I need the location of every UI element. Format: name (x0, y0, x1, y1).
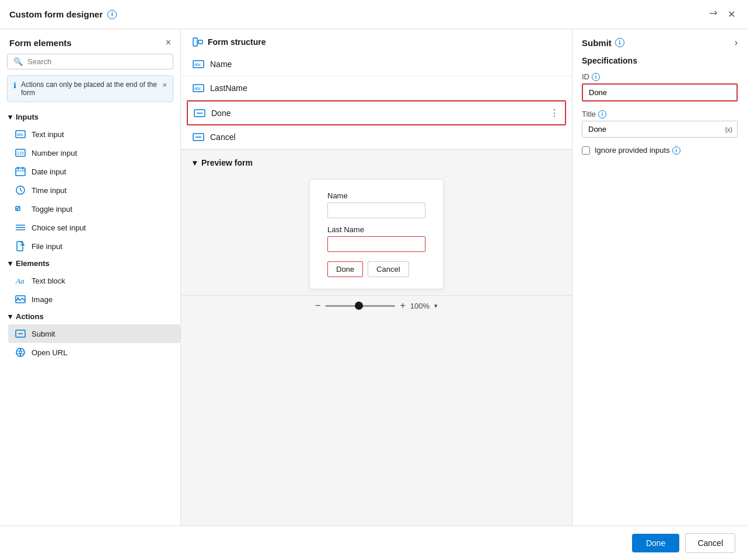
svg-text:123: 123 (17, 151, 24, 155)
actions-chevron-icon: ▾ (8, 312, 12, 321)
preview-done-button[interactable]: Done (327, 261, 363, 277)
svg-text:Aa: Aa (15, 276, 25, 285)
preview-form-card: Name Last Name Done Cancel (309, 179, 444, 289)
sidebar-item-label-choice-set-input: Choice set input (32, 223, 86, 232)
inputs-section-header[interactable]: ▾ Inputs (0, 109, 180, 125)
form-row-done-menu-button[interactable]: ⋮ (550, 107, 559, 118)
title-info-icon[interactable]: i (598, 110, 606, 118)
svg-point-18 (18, 298, 19, 299)
form-structure-icon (193, 37, 203, 47)
form-structure-title: Form structure (208, 37, 266, 47)
sidebar-item-label-toggle-input: Toggle input (32, 205, 72, 214)
svg-point-21 (16, 348, 25, 356)
info-banner-text: Actions can only be placed at the end of… (21, 80, 158, 97)
form-row-lastname[interactable]: abc LastName (181, 76, 572, 100)
zoom-slider[interactable] (325, 305, 395, 307)
center-panel: Form structure abc Name abc LastName (181, 29, 572, 526)
svg-line-10 (20, 190, 22, 191)
zoom-in-button[interactable]: + (400, 300, 405, 311)
title-field-input[interactable] (582, 121, 720, 137)
specs-title: Specifications (582, 56, 738, 65)
sidebar-item-text-input[interactable]: abc Text input (8, 125, 180, 144)
inputs-section-label: Inputs (16, 113, 39, 121)
title-field-label: Title i (582, 110, 738, 118)
sidebar-item-open-url[interactable]: Open URL (8, 343, 180, 362)
info-banner-close-button[interactable]: × (162, 80, 167, 89)
sidebar-item-label-text-input: Text input (32, 130, 64, 139)
file-input-icon (15, 241, 26, 251)
title-field-expression-icon[interactable]: {x} (720, 123, 737, 136)
left-panel: Form elements × 🔍 ℹ Actions can only be … (0, 29, 181, 526)
left-panel-close-button[interactable]: × (166, 37, 171, 48)
image-icon (15, 294, 26, 304)
id-field-input[interactable] (583, 85, 736, 100)
minimize-button[interactable] (706, 6, 720, 23)
sidebar-item-date-input[interactable]: Date input (8, 162, 180, 181)
sidebar-item-number-input[interactable]: 123 Number input (8, 144, 180, 162)
form-row-lastname-icon: abc (193, 83, 204, 93)
zoom-out-button[interactable]: − (315, 300, 320, 311)
open-url-icon (15, 347, 26, 358)
preview-lastname-label: Last Name (327, 225, 425, 234)
checkbox-info-icon[interactable]: i (672, 146, 680, 155)
done-button[interactable]: Done (632, 534, 679, 552)
sidebar-item-file-input[interactable]: File input (8, 237, 180, 256)
bottom-bar: Done Cancel (0, 526, 747, 560)
svg-rect-25 (198, 40, 203, 44)
title-info-icon[interactable]: i (107, 10, 117, 19)
date-input-icon (15, 166, 26, 177)
right-panel-info-icon[interactable]: i (615, 38, 624, 47)
sidebar-item-label-file-input: File input (32, 242, 62, 251)
id-info-icon[interactable]: i (592, 73, 600, 81)
form-row-name-label: Name (210, 60, 560, 69)
sidebar-item-label-date-input: Date input (32, 167, 66, 176)
sidebar-item-toggle-input[interactable]: Toggle input (8, 200, 180, 218)
right-panel: Submit i › Specifications ID i Title i {… (572, 29, 747, 526)
svg-rect-24 (193, 38, 197, 46)
preview-name-label: Name (327, 191, 425, 200)
cancel-button[interactable]: Cancel (685, 533, 735, 553)
search-input[interactable] (27, 57, 167, 66)
form-row-done-label: Done (211, 108, 544, 118)
close-button[interactable]: ✕ (725, 6, 738, 22)
ignore-inputs-checkbox[interactable] (582, 146, 590, 155)
right-panel-header: Submit i › (582, 37, 738, 48)
left-panel-header: Form elements × (0, 29, 180, 54)
main-layout: Form elements × 🔍 ℹ Actions can only be … (0, 29, 747, 526)
zoom-dropdown-button[interactable]: ▾ (434, 302, 438, 310)
actions-section-items: Submit Open URL (0, 324, 180, 362)
id-field-label: ID i (582, 72, 738, 81)
text-block-icon: Aa (15, 275, 26, 286)
preview-content: Name Last Name Done Cancel (181, 173, 572, 295)
sidebar-item-label-text-block: Text block (32, 276, 65, 285)
form-structure-area: Form structure abc Name abc LastName (181, 29, 572, 150)
search-box: 🔍 (7, 54, 173, 69)
preview-cancel-button[interactable]: Cancel (368, 261, 409, 277)
sidebar-item-choice-set-input[interactable]: Choice set input (8, 218, 180, 237)
form-row-name[interactable]: abc Name (181, 52, 572, 76)
right-panel-expand-button[interactable]: › (735, 37, 738, 48)
sidebar-item-time-input[interactable]: Time input (8, 181, 180, 200)
sidebar-item-label-open-url: Open URL (32, 348, 67, 357)
preview-title: Preview form (201, 158, 253, 167)
sidebar-item-submit[interactable]: Submit (8, 324, 180, 343)
elements-section-items: Aa Text block Image (0, 271, 180, 309)
form-row-cancel-label: Cancel (210, 132, 560, 142)
preview-lastname-input[interactable] (327, 236, 425, 252)
elements-section-header[interactable]: ▾ Elements (0, 256, 180, 271)
sidebar-item-label-time-input: Time input (32, 186, 67, 195)
sidebar-item-label-number-input: Number input (32, 149, 77, 158)
preview-name-input[interactable] (327, 202, 425, 218)
actions-section-header[interactable]: ▾ Actions (0, 309, 180, 324)
sidebar-item-label-submit: Submit (32, 330, 55, 338)
form-row-name-icon: abc (193, 60, 204, 69)
sidebar-item-text-block[interactable]: Aa Text block (8, 271, 180, 290)
form-row-cancel[interactable]: Cancel (181, 125, 572, 149)
form-row-cancel-icon (193, 132, 204, 142)
form-row-done[interactable]: Done ⋮ (187, 100, 566, 125)
inputs-section-items: abc Text input 123 Number input Date inp… (0, 125, 180, 256)
preview-header[interactable]: ▾ Preview form (181, 150, 572, 173)
sidebar-item-image[interactable]: Image (8, 290, 180, 309)
submit-icon (15, 328, 26, 339)
right-panel-title-text: Submit (582, 38, 612, 48)
